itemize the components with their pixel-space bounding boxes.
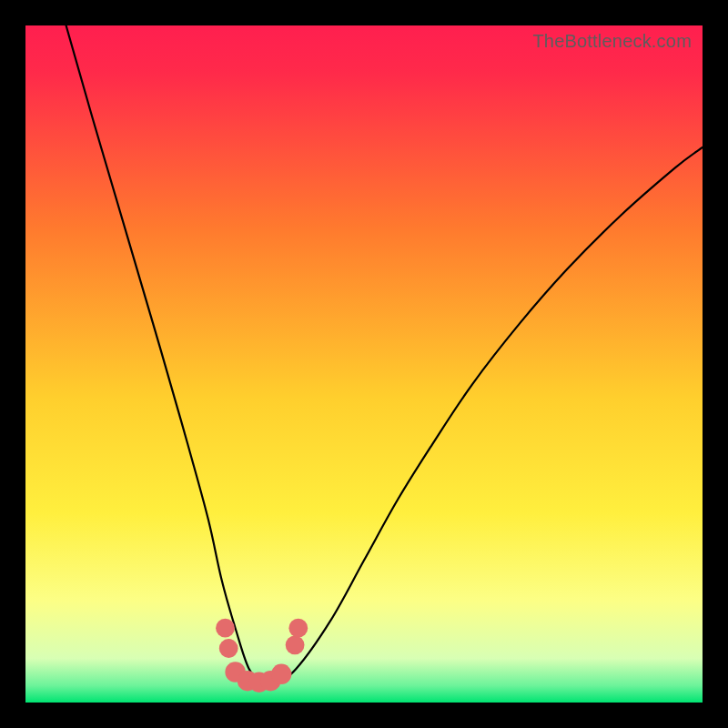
- watermark-text: TheBottleneck.com: [532, 31, 692, 52]
- curve-marker: [286, 635, 305, 654]
- curve-marker: [219, 639, 238, 658]
- curve-marker: [288, 619, 308, 638]
- plot-area: TheBottleneck.com: [25, 25, 703, 703]
- gradient-background: [25, 25, 703, 703]
- curve-marker: [271, 664, 291, 684]
- chart-svg: [25, 25, 703, 703]
- curve-marker: [216, 619, 235, 638]
- chart-frame: TheBottleneck.com: [0, 0, 728, 728]
